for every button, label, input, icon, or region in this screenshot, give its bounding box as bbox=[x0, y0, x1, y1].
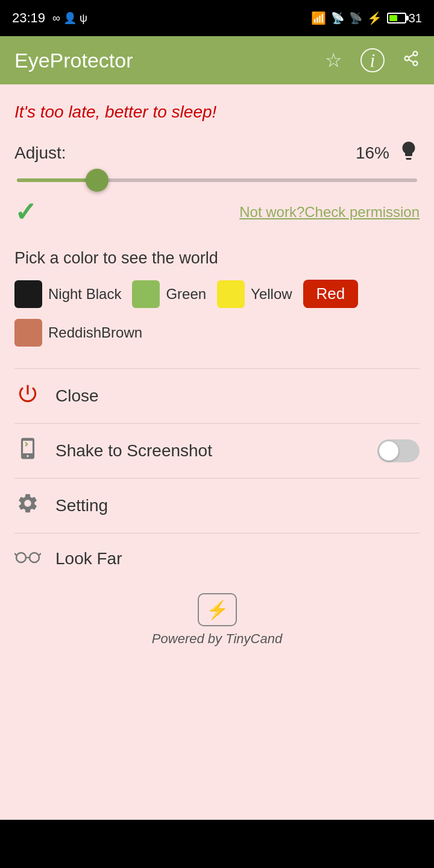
svg-line-4 bbox=[409, 54, 414, 57]
late-warning: It's too late, better to sleep! bbox=[14, 102, 420, 122]
menu-item-look-far[interactable]: Look Far bbox=[14, 533, 420, 583]
adjust-right: 16% bbox=[356, 140, 420, 166]
svg-line-8 bbox=[14, 553, 16, 555]
adjust-label: Adjust: bbox=[14, 143, 66, 163]
shake-screenshot-toggle-container bbox=[377, 439, 420, 462]
status-time: 23:19 bbox=[12, 10, 45, 26]
gear-icon bbox=[14, 492, 41, 520]
signal-icon: 📡 bbox=[331, 11, 344, 25]
svg-line-3 bbox=[409, 59, 414, 62]
status-icons: ∞ 👤 ψ bbox=[52, 11, 87, 25]
footer-lightning-icon: ⚡ bbox=[206, 600, 228, 620]
color-label-red: Red bbox=[316, 285, 345, 303]
wifi-icon: 📶 bbox=[311, 11, 326, 25]
bottom-bar bbox=[0, 820, 434, 868]
color-swatch-yellow bbox=[217, 280, 245, 308]
adjust-row: Adjust: 16% bbox=[14, 140, 420, 166]
color-options-row2: ReddishBrown bbox=[14, 319, 420, 347]
favorite-icon[interactable]: ☆ bbox=[325, 49, 342, 72]
adjust-slider[interactable] bbox=[14, 178, 420, 182]
menu-list: Close Shake to Screenshot bbox=[14, 368, 420, 583]
color-label-night-black: Night Black bbox=[48, 286, 121, 303]
share-icon[interactable] bbox=[403, 50, 420, 71]
app-container: EyeProtector ☆ i It's too late, better t… bbox=[0, 36, 434, 820]
active-checkmark: ✓ bbox=[14, 197, 37, 227]
power-icon bbox=[14, 382, 41, 410]
color-label-yellow: Yellow bbox=[251, 286, 292, 303]
slider-track bbox=[17, 178, 417, 182]
permission-link[interactable]: Not work?Check permission bbox=[239, 204, 420, 221]
color-option-green[interactable]: Green bbox=[132, 280, 206, 308]
color-option-night-black[interactable]: Night Black bbox=[14, 280, 121, 308]
status-left: 23:19 ∞ 👤 ψ bbox=[12, 10, 87, 26]
setting-label: Setting bbox=[55, 496, 420, 515]
svg-point-6 bbox=[30, 553, 39, 562]
shake-screenshot-label: Shake to Screenshot bbox=[55, 441, 363, 461]
color-options-row1: Night Black Green Yellow Red bbox=[14, 280, 420, 308]
color-option-reddish-brown[interactable]: ReddishBrown bbox=[14, 319, 142, 347]
signal-icon-2: 📡 bbox=[349, 11, 362, 25]
glasses-icon bbox=[14, 547, 41, 570]
menu-item-setting[interactable]: Setting bbox=[14, 479, 420, 533]
color-option-red[interactable]: Red bbox=[303, 280, 359, 308]
main-content: It's too late, better to sleep! Adjust: … bbox=[0, 84, 434, 820]
pick-color-label: Pick a color to see the world bbox=[14, 249, 420, 268]
toolbar-icons: ☆ i bbox=[325, 48, 420, 72]
menu-item-shake-screenshot[interactable]: Shake to Screenshot bbox=[14, 424, 420, 479]
footer: ⚡ Powered by TinyCand bbox=[14, 583, 420, 661]
shake-screenshot-toggle[interactable] bbox=[377, 439, 420, 462]
bolt-icon: ⚡ bbox=[367, 11, 382, 25]
check-row: ✓ Not work?Check permission bbox=[14, 197, 420, 227]
color-swatch-green bbox=[132, 280, 160, 308]
svg-point-5 bbox=[16, 553, 26, 562]
close-label: Close bbox=[55, 386, 420, 406]
bulb-icon bbox=[398, 140, 420, 166]
color-label-reddish-brown: ReddishBrown bbox=[48, 324, 142, 341]
slider-thumb[interactable] bbox=[86, 169, 108, 192]
toggle-thumb bbox=[379, 441, 398, 461]
look-far-label: Look Far bbox=[55, 549, 420, 568]
svg-line-9 bbox=[39, 553, 41, 555]
toolbar: EyeProtector ☆ i bbox=[0, 36, 434, 84]
info-icon[interactable]: i bbox=[360, 48, 385, 72]
color-swatch-reddish-brown bbox=[14, 319, 42, 347]
color-label-green: Green bbox=[166, 286, 206, 303]
battery-level: 31 bbox=[387, 11, 422, 25]
status-bar: 23:19 ∞ 👤 ψ 📶 📡 📡 ⚡ 31 bbox=[0, 0, 434, 36]
svg-point-2 bbox=[414, 61, 418, 65]
menu-item-close[interactable]: Close bbox=[14, 368, 420, 424]
adjust-percent: 16% bbox=[356, 143, 389, 163]
color-option-yellow[interactable]: Yellow bbox=[217, 280, 292, 308]
screenshot-icon bbox=[14, 437, 41, 465]
svg-point-0 bbox=[414, 51, 418, 55]
footer-icon-container: ⚡ bbox=[198, 593, 237, 626]
svg-point-1 bbox=[405, 56, 409, 60]
footer-text: Powered by TinyCand bbox=[152, 631, 282, 647]
color-swatch-night-black bbox=[14, 280, 42, 308]
app-title: EyeProtector bbox=[14, 49, 133, 72]
status-right: 📶 📡 📡 ⚡ 31 bbox=[311, 11, 422, 25]
